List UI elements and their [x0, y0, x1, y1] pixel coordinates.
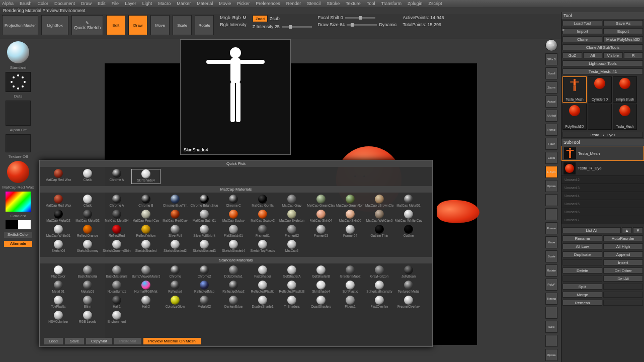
menu-stroke[interactable]: Stroke: [327, 1, 340, 6]
material-doubleshade1[interactable]: DoubleShade1: [248, 296, 277, 310]
menu-file[interactable]: File: [112, 1, 119, 6]
mat-save-button[interactable]: Save: [65, 338, 84, 344]
material-chrome-a[interactable]: Chrome A: [102, 195, 131, 209]
material-chalk[interactable]: Chalk: [73, 169, 102, 184]
shelf-spix-3[interactable]: SPix 3: [545, 53, 557, 65]
subtool-header[interactable]: SubTool: [561, 139, 644, 146]
material-colorizeglow[interactable]: ColorizeGlow: [160, 296, 190, 310]
material-trishaders[interactable]: TriShaders: [277, 296, 306, 310]
export-button[interactable]: Export: [603, 28, 643, 34]
material-framer02[interactable]: Framer02: [277, 225, 306, 239]
material-sphericalintensity[interactable]: SphericalIntensity: [365, 281, 394, 295]
material-gelshadera[interactable]: GelShaderA: [277, 265, 306, 280]
material-reflectedplasticb[interactable]: ReflectedPlasticB: [277, 281, 306, 295]
material-flatsketch01[interactable]: FlatSketch01: [219, 225, 248, 239]
menu-preferences[interactable]: Preferences: [256, 1, 280, 6]
material-reflectedplastic[interactable]: ReflectedPlastic: [248, 281, 277, 295]
material-framer01[interactable]: Framer01: [248, 225, 277, 239]
tool-thumb-empty[interactable]: [588, 104, 612, 130]
material-matcap-white-cav[interactable]: MatCap White Cav: [394, 210, 423, 224]
material-matcap-wetclay0[interactable]: MatCap WetClay0: [365, 210, 394, 224]
menu-edit[interactable]: Edit: [98, 1, 106, 6]
menu-material[interactable]: Material: [197, 1, 213, 6]
texture-thumbnail[interactable]: [6, 134, 31, 152]
append-button[interactable]: Append: [603, 251, 643, 257]
rgb-toggle[interactable]: Rgb: [232, 15, 241, 20]
subtool-slot-unused[interactable]: Unused 4: [561, 192, 644, 200]
material-matcap-pearl-cav[interactable]: MatCap Pearl Cav: [131, 210, 160, 224]
load-tool-button[interactable]: Load Tool: [562, 20, 602, 26]
all-high-button[interactable]: All High: [603, 243, 643, 249]
material-flat-color[interactable]: Flat Color: [44, 265, 73, 280]
mat-paste-button[interactable]: PasteMat: [114, 338, 141, 344]
material-reflectred[interactable]: ReflectRed: [102, 225, 131, 239]
shelf-aahalf[interactable]: AAHalf: [545, 110, 557, 122]
material-matcap-sculpy2[interactable]: MatCap Sculpy2: [248, 210, 277, 224]
subtool-slot-unused[interactable]: Unused 3: [561, 184, 644, 192]
material-matcap-skin04[interactable]: MatCap Skin04: [306, 210, 336, 224]
menu-stencil[interactable]: Stencil: [307, 1, 320, 6]
menu-layer[interactable]: Layer: [125, 1, 136, 6]
material-metals02[interactable]: Metals02: [190, 296, 219, 310]
all-button[interactable]: All: [583, 52, 603, 58]
mat-load-button[interactable]: Load: [44, 338, 63, 344]
material-chrome-c[interactable]: Chrome C: [219, 195, 248, 209]
material-reflectedmap2[interactable]: ReflectedMap2: [219, 281, 248, 295]
shelf-polyf[interactable]: PolyF: [545, 279, 557, 291]
list-all-button[interactable]: List All: [562, 227, 621, 233]
menu-transform[interactable]: Transform: [381, 1, 401, 6]
material-darkenedge[interactable]: DarkenEdge: [219, 296, 248, 310]
material-dotsometa1[interactable]: DotsOmeta1: [219, 265, 248, 280]
material-basicmaterial2[interactable]: BasicMaterial2: [102, 265, 131, 280]
shelf-xpose[interactable]: Xpose: [545, 349, 557, 361]
material-matcap-metal04[interactable]: MatCap Metal04: [102, 210, 131, 224]
shelf-xpose[interactable]: Xpose: [545, 180, 557, 192]
shelf-l.sym[interactable]: L.Sym: [545, 166, 557, 178]
material-matcap-metal02[interactable]: MatCap Metal02: [44, 210, 73, 224]
material-thumbnail[interactable]: [7, 161, 29, 183]
material-silverfoil[interactable]: SilverFoil: [160, 225, 190, 239]
material-basicmaterial[interactable]: BasicMaterial: [73, 265, 102, 280]
material-sketch04[interactable]: Sketch04: [44, 240, 73, 254]
quicksketch-button[interactable]: ✎Quick Sketch: [71, 15, 103, 35]
material-rgb-levels[interactable]: RGB Levels: [73, 311, 102, 325]
mat-preview-toggle[interactable]: Preview Material On Mesh: [143, 338, 201, 344]
material-sketchshaded2[interactable]: SketchShaded2: [160, 240, 190, 254]
material-sketchshaded4[interactable]: SketchShaded4: [219, 240, 248, 254]
projection-master-button[interactable]: Projection Master: [2, 15, 38, 35]
subtool-slot-unused[interactable]: Unused 6: [561, 208, 644, 216]
material-fastshader[interactable]: FastShader: [248, 265, 277, 280]
tool-thumb-polymesh3d[interactable]: PolyMesh3D: [562, 104, 587, 130]
insert-button[interactable]: Insert: [603, 259, 643, 265]
material-skinshade4[interactable]: SkinShade4: [131, 169, 160, 184]
material-matcap-metal01[interactable]: MatCap Metal01: [394, 195, 423, 209]
material-matcap-skeleton[interactable]: MatCap Skeleton: [277, 210, 306, 224]
menu-movie[interactable]: Movie: [219, 1, 231, 6]
material-fibers1[interactable]: Fibers1: [336, 296, 365, 310]
shelf-persp[interactable]: Persp: [545, 124, 557, 136]
material-sketchshaded3[interactable]: SketchShaded3: [190, 240, 219, 254]
tool-thumb-cylinder3d[interactable]: Cylinder3D: [588, 76, 612, 103]
zsub-toggle[interactable]: Zsub: [270, 16, 280, 21]
rotate-button[interactable]: Rotate: [195, 15, 214, 35]
material-metal-01[interactable]: Metal 01: [44, 281, 73, 295]
shelf-scroll[interactable]: Scroll: [545, 67, 557, 79]
material-grayhorizon[interactable]: GrayHorizon: [365, 265, 394, 280]
move-button[interactable]: Move: [150, 15, 170, 35]
menu-color[interactable]: Color: [38, 1, 49, 6]
menu-light[interactable]: Light: [142, 1, 152, 6]
material-gelshaderb[interactable]: GelShaderB: [306, 265, 336, 280]
material-matcap-lbrowncla[interactable]: MatCap LBrownCla: [365, 195, 394, 209]
menu-tool[interactable]: Tool: [367, 1, 375, 6]
material-hsvcolorizer[interactable]: HSVColorizer: [44, 311, 73, 325]
material-chalk[interactable]: Chalk: [73, 195, 102, 209]
clone-button[interactable]: Clone: [562, 36, 602, 42]
material-sketchgummyshine[interactable]: SketchGummyShine: [102, 240, 131, 254]
edit-button[interactable]: Edit: [106, 15, 125, 35]
shelf-floor[interactable]: Floor: [545, 138, 557, 150]
save-as-button[interactable]: Save As: [603, 20, 643, 26]
shelf-move[interactable]: Move: [545, 236, 557, 248]
material-sketchgummy[interactable]: SketchGummy: [73, 240, 102, 254]
material-matcap2[interactable]: MatCap2: [277, 240, 306, 254]
material-matcap-greenrom[interactable]: MatCap GreenRom: [336, 195, 365, 209]
